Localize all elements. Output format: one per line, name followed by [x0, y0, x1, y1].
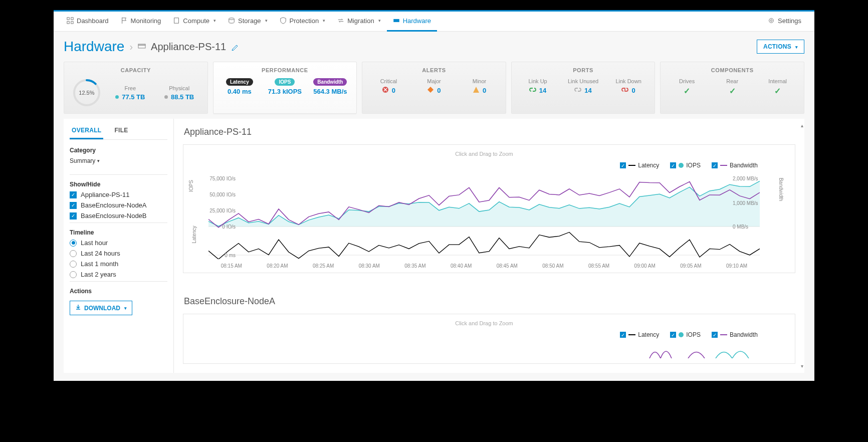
legend-bandwidth[interactable]: ✓Bandwidth [712, 331, 758, 338]
critical-value: 0 [392, 87, 395, 94]
checkbox-icon: ✓ [70, 212, 77, 219]
checkbox-icon: ✓ [620, 162, 626, 168]
capacity-donut: 12.5% [72, 78, 101, 107]
minor-value: 0 [483, 87, 486, 94]
nav-monitoring[interactable]: Monitoring [115, 12, 167, 32]
divider [70, 174, 167, 175]
nav-label: Storage [238, 17, 261, 25]
divider [70, 223, 167, 223]
tile-title: ALERTS [368, 67, 500, 73]
nav-settings[interactable]: Settings [762, 12, 807, 32]
x-tick: 09:05 AM [680, 263, 701, 269]
tile-performance[interactable]: PERFORMANCE Latency 0.40 ms IOPS 71.3 kI… [213, 62, 357, 114]
chevron-down-icon: ▾ [265, 18, 268, 23]
svg-rect-3 [71, 22, 73, 24]
iops-badge: IOPS [275, 78, 295, 86]
stat-tiles: CAPACITY 12.5% Free 77.5 TB Physical [54, 62, 814, 119]
bandwidth-value: 564.3 MB/s [313, 88, 347, 95]
migration-icon [337, 17, 344, 24]
tile-components[interactable]: COMPONENTS Drives ✓ Rear ✓ Internal ✓ [660, 62, 804, 114]
linkunused-value: 14 [584, 87, 591, 94]
y-tick: 0 ms [208, 252, 236, 258]
download-icon [75, 304, 81, 312]
x-tick: 08:25 AM [313, 263, 334, 269]
dashboard-icon [67, 17, 74, 24]
x-tick: 08:35 AM [404, 263, 425, 269]
chart-plot[interactable]: 75,000 IO/s 50,000 IO/s 25,000 IO/s 0 IO… [208, 174, 760, 259]
major-label: Major [427, 78, 441, 84]
breadcrumb-root[interactable]: Hardware [64, 39, 124, 55]
category-dropdown[interactable]: Summary ▾ [70, 157, 100, 164]
tile-title: CAPACITY [70, 67, 201, 73]
svg-rect-1 [71, 18, 73, 20]
actions-button[interactable]: ACTIONS ▾ [757, 40, 804, 54]
tab-overall[interactable]: OVERALL [70, 124, 103, 139]
timeline-last-hour[interactable]: Last hour [70, 239, 167, 247]
minor-icon [473, 86, 480, 95]
x-tick: 08:40 AM [451, 263, 472, 269]
left-panel: OVERALL FILE Category Summary ▾ Show/Hid… [64, 119, 174, 373]
tile-alerts[interactable]: ALERTS Critical 0 Major 0 [362, 62, 506, 114]
checkbox-icon: ✓ [70, 191, 77, 198]
perf-tabs: OVERALL FILE [70, 124, 167, 140]
chart-title: BaseEnclosure-NodeA [184, 296, 795, 307]
svg-point-9 [770, 20, 772, 22]
breadcrumb-current: Appliance-PS-11 [151, 41, 226, 53]
download-button[interactable]: DOWNLOAD ▾ [70, 301, 132, 315]
timeline-last-2-years[interactable]: Last 2 years [70, 271, 167, 278]
showhide-item-nodea[interactable]: ✓ BaseEnclosure-NodeA [70, 201, 167, 209]
y-tick: 75,000 IO/s [208, 175, 236, 181]
chart-legend: ✓Latency ✓IOPS ✓Bandwidth [208, 331, 760, 338]
x-tick: 09:10 AM [726, 263, 747, 269]
timeline-last-1-month[interactable]: Last 1 month [70, 260, 167, 268]
timeline-last-24-hours[interactable]: Last 24 hours [70, 250, 167, 257]
nav-compute[interactable]: Compute ▾ [167, 12, 222, 32]
edit-icon[interactable] [231, 40, 239, 54]
checkbox-icon: ✓ [670, 162, 676, 168]
appliance-icon [138, 40, 146, 54]
y-tick: 2,000 MB/s [733, 175, 760, 181]
chart-canvas[interactable]: Click and Drag to Zoom ✓Latency ✓IOPS ✓B… [183, 314, 795, 364]
x-tick: 08:30 AM [359, 263, 380, 269]
checkbox-icon: ✓ [712, 162, 718, 168]
tile-ports[interactable]: PORTS Link Up 14 Link Unused 14 [511, 62, 656, 114]
chart-hint: Click and Drag to Zoom [208, 320, 760, 326]
rear-label: Rear [726, 78, 738, 84]
category-title: Category [70, 147, 167, 154]
svg-rect-4 [174, 18, 179, 24]
nav-dashboard[interactable]: Dashboard [61, 12, 115, 32]
critical-label: Critical [380, 78, 397, 84]
legend-bandwidth[interactable]: ✓Bandwidth [712, 162, 758, 169]
legend-latency[interactable]: ✓Latency [620, 331, 659, 338]
radio-label: Last hour [81, 239, 108, 247]
workspace: OVERALL FILE Category Summary ▾ Show/Hid… [54, 119, 814, 381]
legend-latency[interactable]: ✓Latency [620, 162, 659, 169]
nav-protection[interactable]: Protection ▾ [274, 12, 332, 32]
major-value: 0 [437, 87, 441, 94]
tile-capacity[interactable]: CAPACITY 12.5% Free 77.5 TB Physical [64, 62, 208, 114]
linkup-value: 14 [539, 87, 546, 94]
showhide-item-nodeb[interactable]: ✓ BaseEnclosure-NodeB [70, 212, 167, 219]
radio-icon [70, 240, 77, 247]
chevron-down-icon: ▾ [323, 18, 325, 23]
chart-canvas[interactable]: Click and Drag to Zoom ✓Latency ✓IOPS ✓B… [183, 144, 795, 273]
nav-storage[interactable]: Storage ▾ [222, 12, 274, 32]
legend-iops[interactable]: ✓IOPS [670, 331, 701, 338]
y-axis-label-bandwidth: Bandwidth [778, 178, 784, 201]
chart-svg [208, 174, 760, 259]
checkbox-icon: ✓ [70, 202, 77, 209]
page-header: Hardware › Appliance-PS-11 ACTIONS ▾ [54, 32, 814, 62]
dot-icon [164, 95, 168, 99]
legend-iops[interactable]: ✓IOPS [670, 162, 701, 169]
nav-migration[interactable]: Migration ▾ [331, 12, 386, 32]
x-tick: 09:00 AM [634, 263, 656, 269]
link-unused-icon [574, 86, 581, 95]
tab-file[interactable]: FILE [112, 124, 130, 139]
nav-hardware[interactable]: Hardware [387, 12, 437, 32]
flag-icon [121, 17, 128, 24]
timeline-title: Timeline [70, 229, 167, 236]
nav-label: Monitoring [131, 17, 161, 25]
linkdown-value: 0 [631, 87, 635, 94]
divider [70, 281, 167, 282]
showhide-item-appliance[interactable]: ✓ Appliance-PS-11 [70, 191, 167, 198]
